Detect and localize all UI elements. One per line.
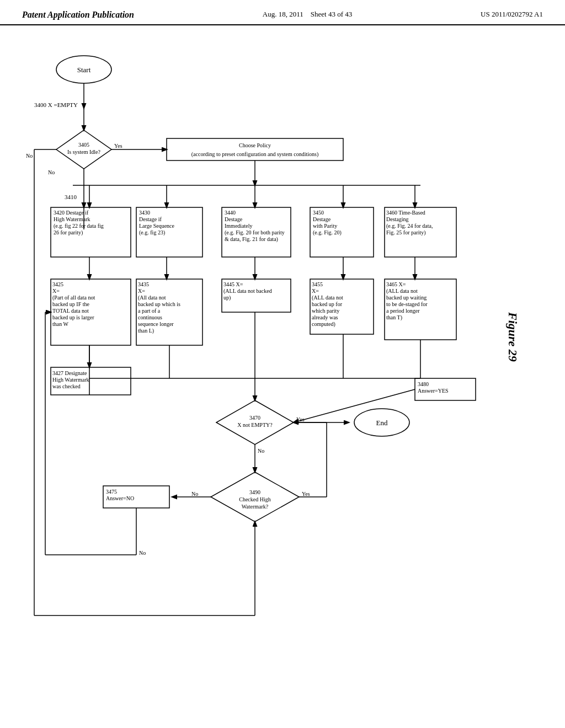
svg-text:3430: 3430 — [139, 210, 150, 216]
svg-text:up): up) — [223, 295, 231, 301]
svg-text:(e.g. fig 23): (e.g. fig 23) — [139, 229, 165, 236]
svg-text:3440: 3440 — [225, 210, 236, 216]
diagram-area: Start 3400 X =EMPTY 3405 Is system Idle?… — [0, 25, 565, 709]
svg-text:Checked High: Checked High — [239, 496, 271, 502]
svg-text:Answer=YES: Answer=YES — [418, 388, 449, 394]
svg-text:3475: 3475 — [106, 489, 117, 495]
svg-text:End: End — [376, 419, 388, 427]
svg-text:Yes: Yes — [114, 143, 122, 149]
svg-text:backed up waiting: backed up waiting — [386, 295, 427, 301]
svg-text:Fig. 25 for parity): Fig. 25 for parity) — [386, 229, 426, 236]
svg-text:TOTAL data not: TOTAL data not — [52, 308, 89, 314]
header-title: Patent Application Publication — [22, 10, 134, 20]
svg-text:(ALL data not: (ALL data not — [312, 295, 343, 301]
header-center: Aug. 18, 2011 Sheet 43 of 43 — [263, 10, 352, 19]
svg-text:Large Sequence: Large Sequence — [139, 223, 175, 229]
svg-text:3427  Designate: 3427 Designate — [52, 370, 87, 376]
svg-text:Choose Policy: Choose Policy — [239, 142, 271, 148]
svg-text:(e.g. Fig. 24 for data,: (e.g. Fig. 24 for data, — [386, 223, 433, 229]
svg-text:3460 Time-Based: 3460 Time-Based — [386, 210, 425, 216]
svg-text:X not EMPTY?: X not EMPTY? — [237, 422, 273, 428]
svg-text:than T): than T) — [386, 314, 402, 321]
svg-text:3445  X=: 3445 X= — [223, 281, 243, 287]
svg-text:backed up IF the: backed up IF the — [52, 301, 89, 307]
svg-text:backed up which is: backed up which is — [138, 301, 180, 307]
svg-text:3405: 3405 — [78, 142, 89, 148]
svg-text:No: No — [258, 448, 264, 454]
svg-text:26 for parity): 26 for parity) — [54, 229, 83, 236]
svg-text:No: No — [26, 153, 33, 159]
svg-text:Answer=NO: Answer=NO — [106, 495, 134, 501]
svg-text:a period longer: a period longer — [386, 308, 420, 314]
svg-text:which parity: which parity — [312, 308, 339, 314]
svg-text:Watermark?: Watermark? — [242, 504, 269, 510]
svg-text:(ALL data not: (ALL data not — [386, 288, 418, 295]
svg-text:Destage: Destage — [313, 216, 331, 222]
svg-text:(e.g. fig 22 for data fig: (e.g. fig 22 for data fig — [54, 223, 104, 229]
svg-text:High Watermark: High Watermark — [54, 216, 90, 222]
svg-text:(ALL data not backed: (ALL data not backed — [223, 288, 272, 295]
svg-text:No: No — [191, 491, 198, 497]
svg-text:3435: 3435 — [138, 281, 149, 287]
svg-text:backed up for: backed up for — [312, 301, 343, 307]
svg-text:(All data not: (All data not — [138, 295, 166, 301]
svg-line-109 — [294, 389, 415, 422]
svg-text:than W: than W — [52, 321, 69, 327]
svg-text:continuous: continuous — [138, 314, 162, 320]
svg-text:No: No — [48, 169, 55, 175]
svg-text:No: No — [139, 550, 146, 556]
svg-text:3400  X =EMPTY: 3400 X =EMPTY — [34, 101, 78, 108]
svg-text:was checked: was checked — [52, 383, 81, 389]
svg-text:& data, Fig. 21 for data): & data, Fig. 21 for data) — [225, 236, 278, 243]
svg-text:Destage if: Destage if — [139, 216, 162, 222]
svg-text:X=: X= — [138, 288, 145, 294]
svg-text:with Parity: with Parity — [313, 223, 337, 229]
svg-rect-13 — [167, 138, 343, 160]
svg-text:Figure 29: Figure 29 — [506, 312, 520, 362]
svg-text:Start: Start — [77, 66, 91, 74]
svg-text:Yes: Yes — [302, 491, 310, 497]
svg-text:High Watermark: High Watermark — [52, 377, 89, 383]
svg-text:than L): than L) — [138, 328, 154, 334]
svg-text:(e.g. Fig. 20 for both parity: (e.g. Fig. 20 for both parity — [225, 229, 285, 236]
svg-text:(e.g. Fig. 20): (e.g. Fig. 20) — [313, 229, 342, 236]
svg-text:3470: 3470 — [249, 415, 260, 421]
svg-text:3465  X=: 3465 X= — [386, 281, 406, 287]
svg-text:sequence longer: sequence longer — [138, 321, 174, 327]
svg-text:3410: 3410 — [65, 194, 77, 200]
header-right: US 2011/0202792 A1 — [481, 10, 543, 19]
svg-text:3450: 3450 — [313, 210, 324, 216]
svg-text:a part of a: a part of a — [138, 308, 161, 314]
svg-text:(according to preset configura: (according to preset configuration and s… — [191, 151, 319, 158]
svg-text:3480: 3480 — [418, 381, 429, 387]
page-header: Patent Application Publication Aug. 18, … — [0, 0, 565, 25]
svg-text:computed): computed) — [312, 321, 335, 328]
svg-text:(Part of all data not: (Part of all data not — [52, 295, 95, 301]
svg-text:3425: 3425 — [52, 281, 63, 287]
svg-text:Is system Idle?: Is system Idle? — [67, 149, 101, 155]
svg-text:X=: X= — [52, 288, 60, 294]
svg-text:3490: 3490 — [249, 489, 260, 495]
svg-text:Destage: Destage — [225, 216, 243, 222]
svg-text:already was: already was — [312, 314, 338, 320]
svg-text:Destaging: Destaging — [386, 216, 409, 222]
svg-text:X=: X= — [312, 288, 319, 294]
svg-text:Immediately: Immediately — [225, 223, 253, 229]
svg-text:backed up is larger: backed up is larger — [52, 314, 94, 320]
svg-text:to be de-staged for: to be de-staged for — [386, 301, 428, 307]
flowchart-svg: Start 3400 X =EMPTY 3405 Is system Idle?… — [11, 36, 554, 698]
svg-text:3455: 3455 — [312, 281, 323, 287]
